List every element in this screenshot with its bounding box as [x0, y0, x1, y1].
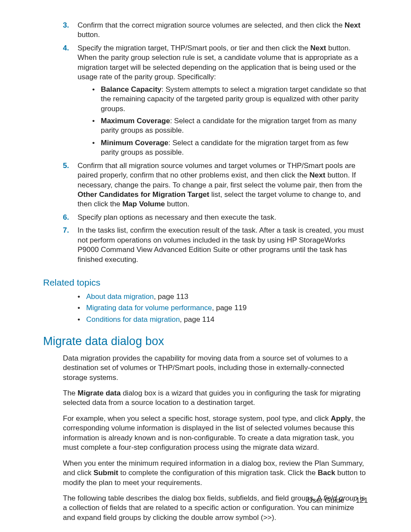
bold-next: Next [345, 21, 361, 29]
step-5: 5. Confirm that all migration source vol… [63, 161, 368, 209]
numbered-steps: 3. Confirm that the correct migration so… [43, 21, 368, 264]
step-number: 3. [63, 21, 69, 30]
bold-next: Next [309, 171, 325, 179]
bullet-minimum-coverage: Minimum Coverage: Select a candidate for… [92, 138, 368, 158]
related-suffix: , page 113 [154, 292, 188, 301]
page-number: 121 [356, 496, 368, 505]
step-number: 5. [63, 161, 69, 171]
related-link-conditions[interactable]: Conditions for data migration [86, 315, 180, 324]
step-number: 4. [63, 44, 69, 53]
section-paragraph: Data migration provides the capability f… [63, 354, 368, 383]
bold-map-volume: Map Volume [122, 200, 165, 208]
bold-other-candidates: Other Candidates for Migration Target [78, 190, 209, 199]
bold-next: Next [310, 44, 326, 52]
related-suffix: , page 114 [180, 315, 214, 324]
document-page: 3. Confirm that the correct migration so… [0, 0, 411, 532]
bullet-label: Minimum Coverage [101, 139, 168, 147]
step-6: 6. Specify plan options as necessary and… [63, 213, 368, 222]
related-link-about-data-migration[interactable]: About data migration [86, 292, 154, 301]
bold-back: Back [318, 469, 336, 477]
related-item: Migrating data for volume performance, p… [78, 303, 368, 313]
para-text: For example, when you select a specific … [63, 414, 331, 423]
related-topics-heading: Related topics [43, 277, 368, 289]
page-footer: User Guide 121 [307, 496, 368, 505]
section-paragraph: For example, when you select a specific … [63, 414, 368, 453]
section-heading-migrate-data: Migrate data dialog box [43, 334, 368, 349]
bold-migrate-data: Migrate data [78, 389, 121, 397]
related-topics-list: About data migration, page 113 Migrating… [43, 292, 368, 324]
para-text: to complete the configuration of this mi… [118, 469, 318, 477]
related-suffix: , page 119 [212, 304, 246, 312]
step-3: 3. Confirm that the correct migration so… [63, 21, 368, 40]
step-text: Confirm that the correct migration sourc… [78, 21, 345, 29]
bullet-label: Balance Capacity [101, 85, 162, 93]
step-text: button. [165, 200, 190, 208]
step-number: 6. [63, 213, 69, 222]
para-text: The following table describes the dialog… [63, 494, 324, 502]
footer-label: User Guide [307, 496, 344, 504]
bold-apply: Apply [331, 414, 351, 423]
step-number: 7. [63, 226, 69, 235]
related-item: About data migration, page 113 [78, 292, 368, 302]
related-item: Conditions for data migration, page 114 [78, 315, 368, 324]
bullet-label: Maximum Coverage [101, 117, 170, 125]
step-text: button. [78, 31, 100, 39]
step-text: Specify plan options as necessary and th… [78, 213, 276, 221]
section-paragraph: The Migrate data dialog box is a wizard … [63, 389, 368, 408]
bullet-balance-capacity: Balance Capacity: System attempts to sel… [92, 85, 368, 114]
step-text: Specify the migration target, THP/Smart … [78, 44, 310, 52]
bullet-maximum-coverage: Maximum Coverage: Select a candidate for… [92, 116, 368, 136]
step-4-sublist: Balance Capacity: System attempts to sel… [78, 85, 368, 158]
related-link-migrating-data[interactable]: Migrating data for volume performance [86, 304, 212, 312]
section-paragraph: When you enter the minimum required info… [63, 459, 368, 488]
bold-submit: Submit [93, 469, 118, 477]
para-text: The [63, 389, 78, 397]
step-7: 7. In the tasks list, confirm the execut… [63, 226, 368, 264]
step-text: In the tasks list, confirm the execution… [78, 226, 364, 263]
step-4: 4. Specify the migration target, THP/Sma… [63, 44, 368, 158]
